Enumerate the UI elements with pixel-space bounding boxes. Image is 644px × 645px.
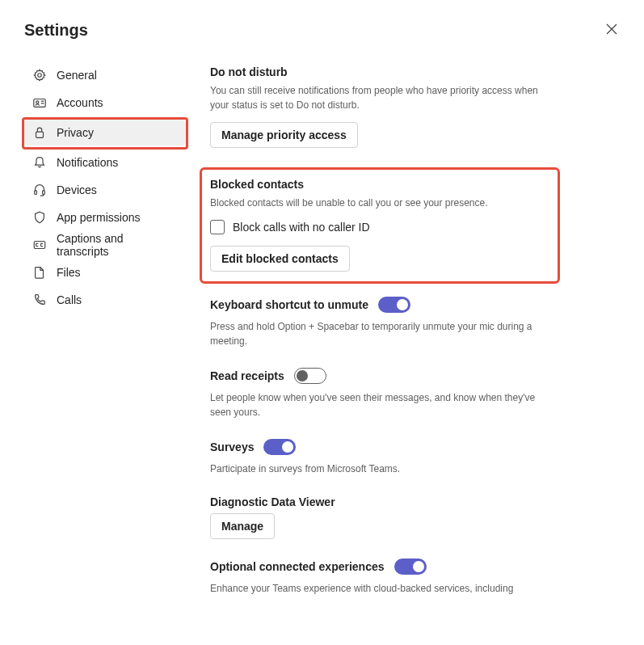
sidebar-item-label: Calls	[57, 293, 82, 306]
section-desc: Let people know when you've seen their m…	[210, 390, 549, 419]
close-icon	[606, 23, 617, 35]
sidebar-item-general[interactable]: General	[24, 62, 186, 88]
section-desc: Press and hold Option + Spacebar to temp…	[210, 319, 549, 348]
section-desc: Blocked contacts will be unable to call …	[210, 196, 549, 210]
sidebar-item-label: General	[57, 69, 97, 82]
bell-icon	[32, 155, 47, 170]
svg-rect-3	[36, 132, 44, 137]
section-surveys: Surveys Participate in surveys from Micr…	[210, 439, 549, 476]
section-title: Diagnostic Data Viewer	[210, 495, 549, 508]
sidebar-item-notifications[interactable]: Notifications	[24, 150, 186, 175]
section-title: Optional connected experiences	[210, 560, 385, 573]
sidebar-item-calls[interactable]: Calls	[24, 287, 186, 313]
sidebar-item-files[interactable]: Files	[24, 259, 186, 285]
cc-icon	[32, 238, 47, 252]
surveys-toggle[interactable]	[263, 439, 296, 455]
section-desc: Participate in surveys from Microsoft Te…	[210, 462, 549, 476]
svg-rect-4	[35, 191, 37, 195]
headset-icon	[32, 183, 47, 197]
checkbox-label: Block calls with no caller ID	[233, 221, 370, 234]
read-receipts-toggle[interactable]	[294, 368, 326, 384]
sidebar-item-accounts[interactable]: Accounts	[24, 90, 186, 116]
section-desc: You can still receive notifications from…	[210, 83, 549, 112]
optional-connected-toggle[interactable]	[394, 559, 427, 575]
sidebar-item-app-permissions[interactable]: App permissions	[24, 204, 186, 230]
section-dnd: Do not disturb You can still receive not…	[210, 65, 549, 148]
phone-icon	[32, 293, 47, 307]
svg-point-2	[36, 101, 39, 103]
section-title: Surveys	[210, 441, 254, 453]
section-title: Keyboard shortcut to unmute	[210, 298, 368, 311]
section-diagnostic: Diagnostic Data Viewer Manage	[210, 495, 549, 539]
sidebar-item-privacy[interactable]: Privacy	[24, 120, 186, 145]
sidebar-item-label: Notifications	[57, 156, 118, 169]
shield-icon	[32, 210, 47, 225]
section-title: Do not disturb	[210, 65, 549, 78]
section-read-receipts: Read receipts Let people know when you'v…	[210, 368, 549, 419]
edit-blocked-contacts-button[interactable]: Edit blocked contacts	[210, 246, 350, 272]
sidebar-item-label: App permissions	[57, 211, 141, 224]
sidebar: General Accounts Privacy Notifications D…	[24, 62, 186, 615]
content: Do not disturb You can still receive not…	[210, 62, 549, 615]
section-title: Blocked contacts	[210, 178, 549, 191]
sidebar-item-label: Privacy	[57, 126, 94, 139]
section-optional-connected: Optional connected experiences Enhance y…	[210, 559, 549, 596]
section-keyboard: Keyboard shortcut to unmute Press and ho…	[210, 297, 549, 348]
diagnostic-manage-button[interactable]: Manage	[210, 513, 275, 539]
sidebar-item-label: Accounts	[57, 96, 103, 109]
manage-priority-access-button[interactable]: Manage priority access	[210, 122, 358, 148]
section-title: Read receipts	[210, 369, 284, 382]
close-button[interactable]	[604, 21, 620, 37]
lock-icon	[32, 125, 47, 140]
sidebar-item-label: Files	[57, 266, 81, 279]
svg-point-0	[38, 74, 42, 78]
sidebar-item-captions[interactable]: Captions and transcripts	[24, 232, 186, 258]
id-card-icon	[32, 95, 47, 110]
svg-rect-5	[43, 191, 45, 195]
block-no-caller-id-checkbox[interactable]	[210, 220, 225, 234]
file-icon	[32, 265, 47, 280]
sidebar-item-label: Devices	[57, 183, 97, 196]
keyboard-unmute-toggle[interactable]	[378, 297, 410, 313]
sidebar-item-devices[interactable]: Devices	[24, 177, 186, 203]
page-title: Settings	[24, 21, 620, 40]
sidebar-highlight: Privacy	[22, 117, 188, 150]
sidebar-item-label: Captions and transcripts	[57, 232, 178, 258]
section-desc: Enhance your Teams experience with cloud…	[210, 581, 549, 596]
section-blocked-highlight: Blocked contacts Blocked contacts will b…	[200, 167, 560, 284]
gear-icon	[32, 68, 47, 82]
